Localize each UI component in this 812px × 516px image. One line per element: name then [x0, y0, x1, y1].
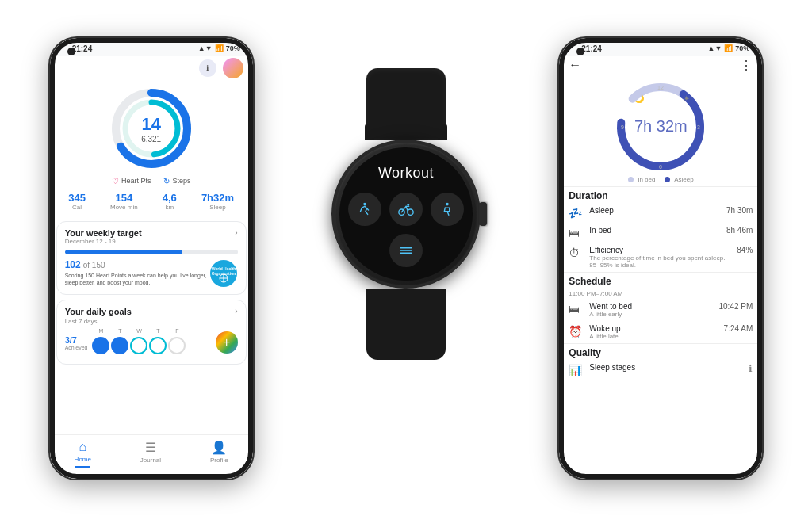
profile-icon: 👤 [211, 440, 227, 455]
inbed-label: In bed [638, 176, 655, 183]
battery-text-left: 70% [226, 44, 240, 52]
asleep-row-value: 7h 30m [726, 206, 753, 215]
day-label-t2: T [149, 328, 167, 334]
bedtime-row-value: 10:42 PM [719, 302, 753, 311]
stat-km-value: 4,6 [163, 192, 177, 204]
efficiency-row-label: Efficiency [589, 246, 730, 254]
watch-case: Workout [331, 140, 481, 289]
sleep-row-stages[interactable]: 📊 Sleep stages ℹ [559, 360, 762, 380]
nav-journal[interactable]: ☰ Journal [140, 440, 161, 468]
day-circle-t2 [149, 337, 167, 354]
asleep-row-label: Asleep [589, 206, 720, 215]
svg-point-13 [407, 204, 409, 206]
bedtime-icon: 🛏 [569, 303, 583, 315]
inbed-row-label: In bed [589, 226, 720, 235]
info-icon[interactable]: ℹ [199, 59, 216, 77]
avatar[interactable] [223, 58, 243, 78]
svg-text:3: 3 [697, 124, 700, 130]
nav-home[interactable]: ⌂ Home [75, 440, 91, 468]
wakeup-row-value: 7:24 AM [724, 324, 753, 333]
add-goal-button[interactable]: + [216, 331, 238, 354]
day-label-t1: T [111, 328, 128, 334]
more-icon[interactable]: ⋮ [740, 58, 753, 73]
day-labels-row: M T W T F [92, 328, 207, 334]
duration-section-title: Duration [559, 186, 762, 203]
inbed-dot [628, 177, 634, 182]
home-icon: ⌂ [79, 440, 86, 454]
days-circles [92, 337, 207, 354]
main-container: 21:24 ▲▼ 📶 70% ℹ [0, 0, 812, 516]
sleep-time-display: 7h 32m [634, 117, 688, 135]
stat-sleep-label: Sleep [201, 204, 234, 211]
sleep-row-bedtime: 🛏 Went to bed A little early 10:42 PM [559, 299, 762, 321]
stat-km: 4,6 km [163, 192, 177, 211]
day-label-f: F [168, 328, 186, 334]
heart-pts-item: ♡ Heart Pts [112, 177, 151, 185]
bedtime-row-label: Went to bed [589, 302, 712, 311]
efficiency-row-sublabel: The percentage of time in bed you spent … [589, 254, 730, 269]
wakeup-row-label: Woke up [589, 324, 717, 333]
stages-content: Sleep stages [589, 363, 742, 372]
stages-icon: 📊 [569, 364, 583, 376]
stages-row-label: Sleep stages [589, 363, 742, 372]
weekly-chevron-icon: › [235, 228, 237, 237]
efficiency-row-value: 84% [737, 246, 753, 254]
status-icons-left: ▲▼ 📶 70% [198, 44, 240, 52]
daily-goals-card[interactable]: Your daily goals › Last 7 days 3/7 Achie… [56, 300, 247, 365]
inbed-row-value: 8h 46m [726, 226, 753, 235]
left-phone: 21:24 ▲▼ 📶 70% ℹ [48, 36, 255, 480]
day-circle-w [130, 337, 147, 354]
legend-inbed: In bed [628, 176, 655, 183]
sleep-ring-container: 12 3 6 9 🌙 ☀ 7h 32m [559, 76, 762, 176]
weekly-target-card[interactable]: Your weekly target › December 12 - 19 10… [56, 221, 247, 295]
watch-menu-button[interactable] [389, 234, 423, 267]
status-bar-right: 21:24 ▲▼ 📶 70% [559, 38, 762, 56]
back-icon[interactable]: ← [569, 58, 581, 72]
wakeup-content: Woke up A little late [589, 324, 717, 340]
sleep-legend: In bed Asleep [559, 176, 762, 183]
watch-title: Workout [378, 165, 434, 182]
stats-row: 345 Cal 154 Move min 4,6 km 7h32m Sleep [50, 189, 253, 216]
achieved-num: 3/7 [65, 335, 88, 345]
watch-bike-button[interactable] [389, 193, 423, 226]
nav-home-label: Home [75, 456, 91, 463]
sleep-row-inbed: 🛏 In bed 8h 46m [559, 223, 762, 243]
stat-sleep-value: 7h32m [201, 192, 234, 204]
sleep-row-efficiency: ⏱ Efficiency The percentage of time in b… [559, 243, 762, 272]
heart-icon: ♡ [112, 177, 119, 185]
watch-crown [479, 202, 487, 226]
stat-cal: 345 Cal [68, 192, 86, 211]
inbed-icon: 🛏 [569, 227, 583, 239]
efficiency-content: Efficiency The percentage of time in bed… [589, 246, 730, 269]
sleep-screen: 21:24 ▲▼ 📶 70% ← ⋮ [559, 38, 762, 479]
daily-goals-subtitle: Last 7 days [65, 318, 238, 325]
watch-seated-button[interactable] [431, 193, 464, 226]
stat-km-label: km [163, 204, 177, 211]
steps-label: Steps [172, 177, 190, 185]
steps-item: ↻ Steps [163, 177, 190, 185]
health-header: ℹ [50, 56, 253, 82]
stages-info-icon[interactable]: ℹ [749, 363, 753, 374]
stat-sleep: 7h32m Sleep [201, 192, 234, 211]
wakeup-row-sublabel: A little late [589, 333, 717, 340]
heart-steps-row: ♡ Heart Pts ↻ Steps [50, 175, 253, 189]
bottom-nav: ⌂ Home ☰ Journal 👤 Profile [50, 434, 253, 479]
efficiency-icon: ⏱ [569, 247, 583, 259]
ring-big-num: 14 [141, 113, 161, 134]
target-progress-text: 102 of 150 [65, 259, 209, 270]
weekly-target-subtitle: December 12 - 19 [65, 238, 238, 245]
journal-icon: ☰ [145, 440, 156, 455]
weekly-target-header: Your weekly target › [65, 228, 238, 238]
seated-icon [439, 201, 456, 218]
sleep-header: ← ⋮ [559, 56, 762, 76]
stat-move-label: Move min [110, 204, 138, 211]
svg-text:🌙: 🌙 [634, 94, 645, 104]
day-circle-t1 [111, 337, 128, 354]
sleep-row-wakeup: ⏰ Woke up A little late 7:24 AM [559, 321, 762, 343]
schedule-section-title: Schedule [559, 272, 762, 289]
target-stats: 102 of 150 Scoring 150 Heart Points a we… [65, 259, 238, 288]
day-label-w: W [130, 328, 147, 334]
watch-run-button[interactable] [348, 193, 381, 226]
nav-profile[interactable]: 👤 Profile [210, 440, 228, 468]
weekly-target-title: Your weekly target [65, 228, 142, 238]
